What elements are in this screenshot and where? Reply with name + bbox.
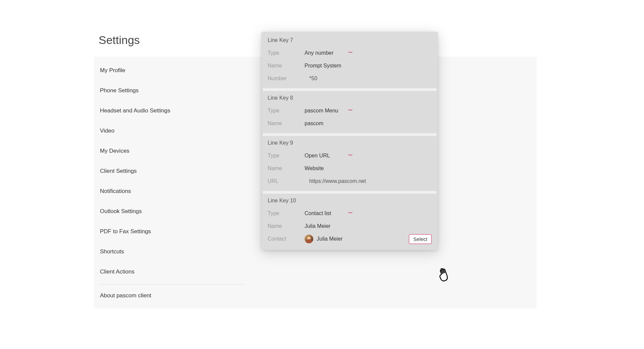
label-type: Type xyxy=(268,108,305,114)
chevron-down-icon: ﹀ xyxy=(348,210,353,216)
card-title: Line Key 9 xyxy=(268,140,432,146)
chevron-down-icon: ﹀ xyxy=(348,108,353,114)
sidebar-divider xyxy=(100,284,244,285)
type-value: Any number xyxy=(305,50,345,56)
sidebar-item-my-devices[interactable]: My Devices xyxy=(94,143,248,159)
type-dropdown[interactable]: pascom Menu ﹀ xyxy=(305,108,353,114)
sidebar-item-outlook-settings[interactable]: Outlook Settings xyxy=(94,204,248,219)
type-dropdown[interactable]: Any number ﹀ xyxy=(305,50,353,56)
chevron-down-icon: ﹀ xyxy=(348,153,353,159)
sidebar-item-notifications[interactable]: Notifications xyxy=(94,184,248,199)
line-keys-panel: Line Key 7 Type Any number ﹀ Name Prompt… xyxy=(262,32,438,250)
sidebar-item-client-actions[interactable]: Client Actions xyxy=(94,264,248,280)
label-type: Type xyxy=(268,153,305,159)
sidebar-item-my-profile[interactable]: My Profile xyxy=(94,63,248,78)
line-key-card-7: Line Key 7 Type Any number ﹀ Name Prompt… xyxy=(263,33,436,88)
name-value[interactable]: Website xyxy=(305,165,432,171)
sidebar-item-about[interactable]: About pascom client xyxy=(94,288,248,303)
number-value[interactable]: *50 xyxy=(305,76,432,82)
line-key-card-8: Line Key 8 Type pascom Menu ﹀ Name pasco… xyxy=(263,91,436,133)
card-title: Line Key 7 xyxy=(268,37,432,43)
sidebar-item-phone-settings[interactable]: Phone Settings xyxy=(94,83,248,98)
sidebar-item-video[interactable]: Video xyxy=(94,123,248,139)
name-value[interactable]: pascom xyxy=(305,120,432,127)
type-dropdown[interactable]: Open URL ﹀ xyxy=(305,153,353,159)
avatar xyxy=(305,235,313,243)
card-separator xyxy=(263,191,436,194)
line-key-card-10: Line Key 10 Type Contact list ﹀ Name Jul… xyxy=(263,194,436,249)
label-type: Type xyxy=(268,50,305,56)
label-name: Name xyxy=(268,63,305,69)
type-value: Contact list xyxy=(305,210,345,216)
type-value: pascom Menu xyxy=(305,108,345,114)
card-separator xyxy=(263,133,436,136)
settings-sidebar: My Profile Phone Settings Headset and Au… xyxy=(94,57,248,309)
card-title: Line Key 8 xyxy=(268,95,432,101)
label-number: Number xyxy=(268,76,305,82)
label-contact: Contact xyxy=(268,236,305,242)
card-title: Line Key 10 xyxy=(268,198,432,204)
sidebar-item-shortcuts[interactable]: Shortcuts xyxy=(94,244,248,259)
line-key-card-9: Line Key 9 Type Open URL ﹀ Name Website … xyxy=(263,136,436,191)
chevron-down-icon: ﹀ xyxy=(348,50,353,56)
label-type: Type xyxy=(268,210,305,216)
contact-value: Julia Meier xyxy=(317,236,342,242)
url-value[interactable]: https://www.pascom.net xyxy=(305,178,432,184)
label-name: Name xyxy=(268,120,305,127)
label-name: Name xyxy=(268,223,305,229)
card-separator xyxy=(263,88,436,91)
select-button[interactable]: Select xyxy=(409,234,432,244)
sidebar-item-client-settings[interactable]: Client Settings xyxy=(94,163,248,179)
name-value[interactable]: Julia Meier xyxy=(305,223,432,229)
label-url: URL xyxy=(268,178,305,184)
name-value[interactable]: Prompt System xyxy=(305,63,432,69)
sidebar-item-headset-audio[interactable]: Headset and Audio Settings xyxy=(94,103,248,118)
type-dropdown[interactable]: Contact list ﹀ xyxy=(305,210,353,216)
type-value: Open URL xyxy=(305,153,345,159)
sidebar-item-pdf-to-fax[interactable]: PDF to Fax Settings xyxy=(94,224,248,239)
label-name: Name xyxy=(268,165,305,171)
